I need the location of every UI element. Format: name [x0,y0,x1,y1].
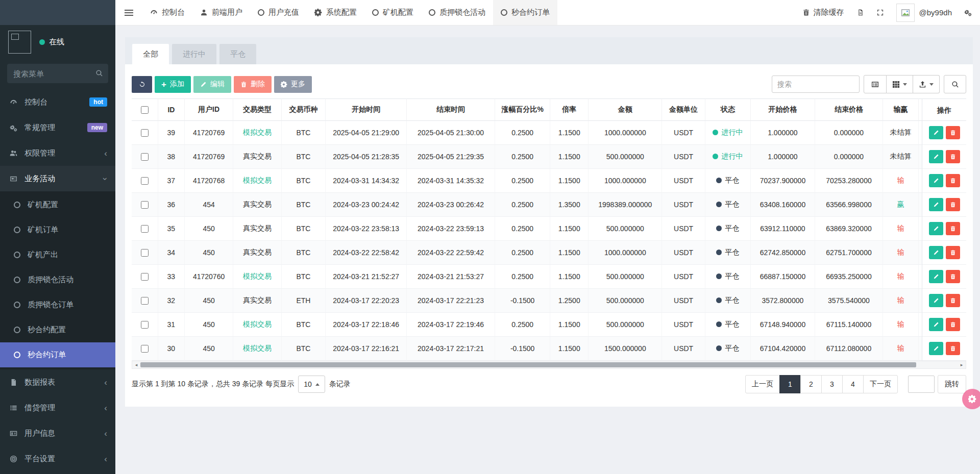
sidebar-item[interactable]: 业务活动› [0,166,115,191]
row-checkbox[interactable] [141,129,149,137]
next-page-button[interactable]: 下一页 [863,375,898,393]
more-button[interactable]: 更多 [274,76,312,93]
sidebar-search-input[interactable] [7,64,108,83]
row-checkbox[interactable] [141,273,149,281]
row-edit-button[interactable] [929,270,943,283]
row-delete-button[interactable] [946,318,960,331]
row-checkbox[interactable] [141,225,149,233]
trash-icon [950,273,956,280]
select-all-checkbox[interactable] [141,106,149,114]
sidebar-toggle-button[interactable] [115,0,142,25]
row-delete-button[interactable] [946,270,960,283]
tab-closed[interactable]: 平仓 [219,44,256,64]
row-delete-button[interactable] [946,342,960,355]
table-search-input[interactable] [772,76,860,93]
row-edit-button[interactable] [929,174,943,187]
row-delete-button[interactable] [946,174,960,187]
row-edit-button[interactable] [929,222,943,235]
row-select-cell [132,289,158,313]
row-checkbox[interactable] [141,297,149,305]
sidebar-item[interactable]: 数据报表‹ [0,369,115,395]
row-delete-button[interactable] [946,150,960,163]
topnav-item[interactable]: 质押锁仓活动 [421,0,493,25]
topnav-item[interactable]: 用户充值 [250,0,307,25]
row-edit-button[interactable] [929,150,943,163]
column-header: 金额 [588,98,662,121]
sidebar-item[interactable]: 控制台hot [0,89,115,115]
add-button[interactable]: + 添加 [155,76,191,93]
settings-button[interactable] [964,9,972,16]
detail-view-button[interactable] [864,75,887,93]
row-delete-button[interactable] [946,246,960,259]
row-edit-button[interactable] [929,318,943,331]
search-button[interactable] [944,75,966,93]
row-edit-button[interactable] [929,342,943,355]
row-delete-button[interactable] [946,294,960,307]
row-edit-button[interactable] [929,126,943,139]
avatar[interactable] [8,31,31,54]
delete-button[interactable]: 删除 [234,76,272,93]
sidebar-subitem[interactable]: 秒合约配置 [0,317,115,342]
cell-amount: 500.000000 [588,265,662,289]
topnav-item[interactable]: 控制台 [142,0,192,25]
row-checkbox[interactable] [141,177,149,185]
row-edit-button[interactable] [929,246,943,259]
sidebar-item[interactable]: 用户信息‹ [0,420,115,446]
sidebar-item[interactable]: 权限管理‹ [0,140,115,166]
row-checkbox[interactable] [141,153,149,161]
scroll-right-arrow[interactable]: ▸ [958,361,966,368]
page-size-dropdown[interactable]: 10 [298,376,325,393]
edit-button[interactable]: 编辑 [193,76,231,93]
prev-page-button[interactable]: 上一页 [745,375,780,393]
sidebar-subitem[interactable]: 矿机产出 [0,242,115,267]
cell-start: 2024-03-31 14:34:32 [325,169,406,193]
topnav-item[interactable]: 矿机配置 [364,0,421,25]
status-cell: 平仓 [705,313,751,337]
sidebar-subitem[interactable]: 矿机配置 [0,192,115,217]
sidebar-subitem[interactable]: 矿机订单 [0,217,115,242]
cell-end: 2024-03-17 22:19:46 [406,313,495,337]
sidebar-item[interactable]: 常规管理new [0,115,115,140]
status-label: 进行中 [721,128,743,136]
page-button[interactable]: 1 [779,375,801,393]
tab-running[interactable]: 进行中 [172,44,216,64]
scroll-left-arrow[interactable]: ◂ [132,361,140,368]
cell-close: 66935.250000 [815,265,883,289]
page-jump-button[interactable]: 跳转 [938,375,966,393]
topnav-item[interactable]: 前端用户 [192,0,250,25]
row-delete-button[interactable] [946,126,960,139]
status-badge: 平仓 [716,176,739,184]
row-delete-button[interactable] [946,222,960,235]
columns-button[interactable] [887,75,913,93]
page-button[interactable]: 3 [821,375,843,393]
clear-cache-button[interactable]: 清除缓存 [802,8,844,17]
user-menu[interactable]: @by99dh [896,4,952,22]
refresh-button[interactable] [132,76,152,93]
row-checkbox[interactable] [141,345,149,353]
scrollbar-thumb[interactable] [140,362,916,367]
tab-all[interactable]: 全部 [132,44,169,64]
row-delete-button[interactable] [946,198,960,211]
floating-theme-button[interactable] [962,389,980,409]
page-button[interactable]: 2 [800,375,822,393]
page-jump-input[interactable] [908,376,935,393]
row-checkbox[interactable] [141,321,149,329]
topnav-item[interactable]: 秒合约订单 [493,0,557,25]
topnav-item[interactable]: 系统配置 [307,0,364,25]
row-checkbox[interactable] [141,249,149,257]
sidebar-subitem[interactable]: 质押锁仓订单 [0,292,115,317]
document-button[interactable] [856,9,864,16]
cell-close: 70253.280000 [815,169,883,193]
row-edit-button[interactable] [929,198,943,211]
status-dot-icon [713,130,718,135]
fullscreen-button[interactable] [876,9,884,16]
sidebar-subitem[interactable]: 质押锁仓活动 [0,267,115,292]
row-edit-button[interactable] [929,294,943,307]
sidebar-item[interactable]: 平台设置‹ [0,446,115,471]
row-checkbox[interactable] [141,201,149,209]
sidebar-item[interactable]: 借贷管理‹ [0,395,115,420]
page-button[interactable]: 4 [842,375,864,393]
export-button[interactable] [913,75,940,93]
sidebar-subitem[interactable]: 秒合约订单 [0,342,115,367]
column-header: 输赢 [883,98,918,121]
